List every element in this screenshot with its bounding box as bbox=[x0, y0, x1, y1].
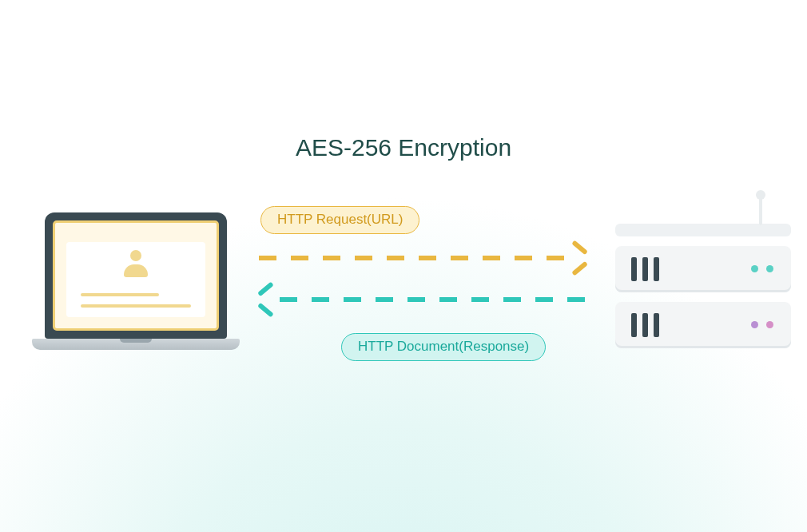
request-arrowhead-icon bbox=[569, 246, 593, 270]
antenna-icon bbox=[759, 197, 762, 225]
request-label-pill: HTTP Request(URL) bbox=[260, 206, 419, 234]
response-arrowhead-icon bbox=[256, 288, 280, 312]
user-avatar-icon bbox=[122, 250, 149, 277]
client-laptop-icon bbox=[32, 212, 240, 350]
router-icon bbox=[615, 224, 791, 236]
diagram-title: AES-256 Encryption bbox=[0, 134, 807, 161]
server-unit-2 bbox=[615, 302, 791, 348]
request-arrow-line bbox=[259, 256, 572, 260]
response-label-pill: HTTP Document(Response) bbox=[341, 333, 546, 361]
server-stack-icon bbox=[615, 198, 791, 348]
response-arrow-line bbox=[280, 297, 593, 302]
server-unit-1 bbox=[615, 246, 791, 292]
